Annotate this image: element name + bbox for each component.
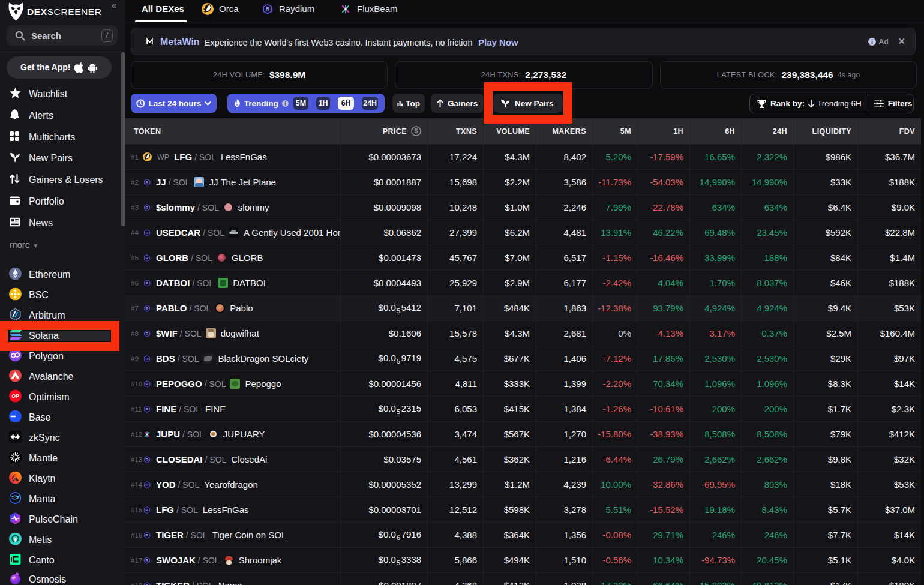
svg-text:R: R [146, 281, 149, 285]
svg-text:R: R [146, 407, 149, 411]
svg-text:R: R [146, 307, 149, 310]
svg-text:R: R [146, 458, 149, 461]
svg-text:R: R [146, 382, 149, 386]
svg-text:R: R [146, 231, 149, 235]
svg-text:R: R [266, 6, 269, 12]
svg-text:R: R [146, 483, 149, 487]
svg-text:R: R [146, 533, 149, 537]
svg-text:R: R [146, 559, 149, 562]
svg-text:R: R [146, 332, 149, 335]
svg-text:OP: OP [11, 393, 19, 399]
svg-text:R: R [146, 508, 149, 512]
svg-text:R: R [146, 181, 149, 184]
svg-text:$: $ [414, 127, 418, 134]
svg-text:R: R [146, 357, 149, 361]
svg-text:R: R [146, 256, 149, 260]
svg-text:R: R [146, 206, 149, 209]
